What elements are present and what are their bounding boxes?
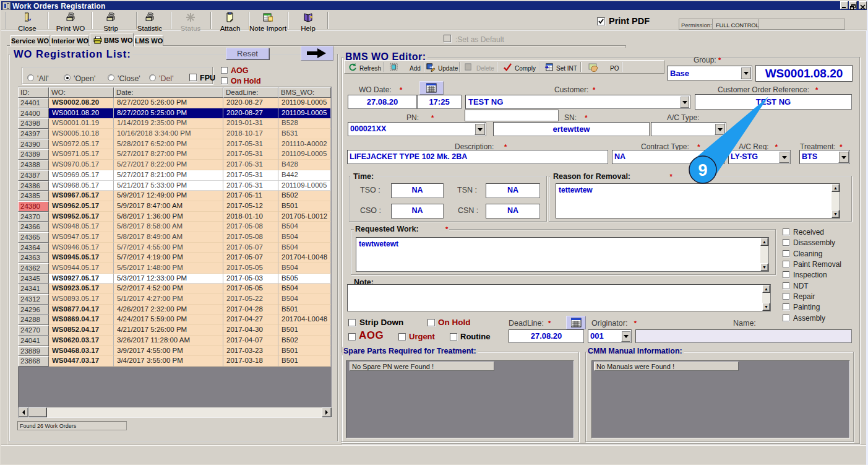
svg-text:?: ? <box>309 15 312 20</box>
svg-text:9: 9 <box>698 161 707 180</box>
